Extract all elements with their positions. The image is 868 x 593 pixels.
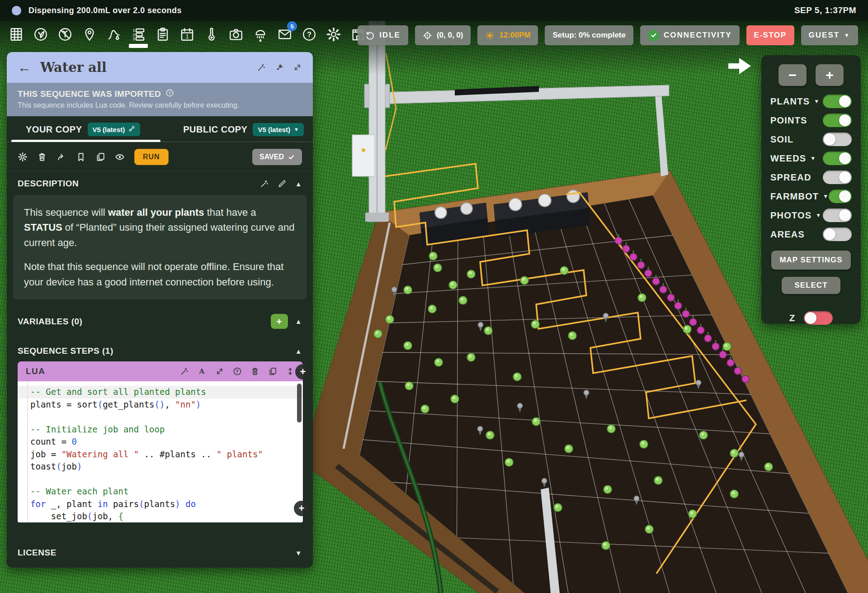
plant-marker[interactable]: [640, 440, 648, 448]
layer-toggle-farmbot[interactable]: [829, 190, 852, 203]
add-step-button[interactable]: +: [295, 364, 311, 380]
lua-code-editor[interactable]: -- Get and sort all planted plantsplants…: [18, 381, 303, 522]
magic-wand-icon[interactable]: [180, 367, 189, 376]
code-line[interactable]: toast(job): [18, 460, 303, 473]
copy-icon[interactable]: [95, 152, 105, 162]
bookmark-icon[interactable]: [76, 152, 86, 162]
plant-marker[interactable]: [513, 373, 521, 381]
plant-marker[interactable]: [486, 431, 494, 439]
layer-label[interactable]: WEEDS▼: [770, 153, 816, 164]
beet-marker[interactable]: [645, 270, 652, 277]
beet-marker[interactable]: [675, 302, 682, 309]
plant-marker[interactable]: [386, 315, 394, 323]
your-copy-version-badge[interactable]: V5 (latest): [88, 123, 141, 136]
code-line[interactable]: count = 0: [18, 436, 303, 448]
setup-chip[interactable]: Setup: 0% complete: [545, 25, 633, 45]
collapse-arrow-icon[interactable]: ▲: [295, 318, 302, 325]
code-scrollbar[interactable]: [297, 384, 302, 422]
plant-marker[interactable]: [467, 270, 475, 278]
time-chip[interactable]: 12:00PM: [477, 25, 538, 45]
color-brush-icon[interactable]: [275, 63, 284, 72]
events-icon[interactable]: 1: [179, 24, 195, 44]
plant-marker[interactable]: [638, 294, 646, 302]
code-line[interactable]: set_job(job, {: [18, 510, 303, 522]
drag-reorder-icon[interactable]: [286, 367, 295, 376]
plant-marker[interactable]: [374, 330, 382, 338]
tab-your-copy[interactable]: YOUR COPY V5 (latest): [16, 123, 183, 136]
plant-marker[interactable]: [560, 266, 568, 275]
chevron-down-icon[interactable]: ▼: [816, 212, 821, 218]
plant-marker[interactable]: [429, 252, 437, 260]
layer-label[interactable]: PLANTS▼: [770, 96, 820, 107]
layer-toggle-photos[interactable]: [823, 209, 852, 222]
layer-toggle-spread[interactable]: [823, 171, 852, 184]
lua-step-header[interactable]: LUA A ?: [18, 361, 303, 381]
help-icon[interactable]: ?: [301, 24, 317, 44]
user-menu[interactable]: GUEST ▼: [801, 25, 858, 45]
point-pin-marker[interactable]: [634, 496, 639, 501]
point-pin-marker[interactable]: [478, 322, 483, 327]
plant-marker[interactable]: [554, 503, 562, 512]
beet-marker[interactable]: [734, 367, 741, 375]
plant-marker[interactable]: [459, 296, 467, 304]
code-line[interactable]: -- Water each plant: [18, 485, 303, 498]
settings-icon[interactable]: [326, 24, 342, 44]
point-pin-marker[interactable]: [517, 403, 523, 408]
delete-icon[interactable]: [37, 152, 47, 162]
code-line[interactable]: plants = sort(get_plants(), "nn"): [18, 398, 303, 411]
point-pin-marker[interactable]: [542, 478, 547, 484]
connectivity-chip[interactable]: CONNECTIVITY: [640, 25, 740, 45]
collapse-arrow-icon[interactable]: ▲: [295, 347, 302, 355]
add-variable-button[interactable]: +: [271, 314, 288, 329]
point-pin-marker[interactable]: [392, 287, 397, 292]
edit-pencil-icon[interactable]: [278, 179, 287, 188]
point-pin-marker[interactable]: [477, 426, 483, 432]
plant-marker[interactable]: [449, 281, 457, 289]
plant-marker[interactable]: [645, 525, 653, 533]
layer-toggle-points[interactable]: [823, 114, 852, 127]
plant-marker[interactable]: [520, 276, 528, 285]
plant-marker[interactable]: [689, 510, 697, 518]
chevron-down-icon[interactable]: ▼: [810, 155, 816, 161]
chevron-down-icon[interactable]: ▼: [823, 193, 829, 199]
beet-marker[interactable]: [719, 351, 726, 358]
messages-icon[interactable]: 5: [277, 24, 293, 44]
sensors-icon[interactable]: [203, 24, 220, 44]
point-pin-marker[interactable]: [696, 380, 701, 385]
regimens-icon[interactable]: [155, 24, 171, 44]
layer-toggle-weeds[interactable]: [823, 152, 852, 165]
plant-marker[interactable]: [764, 463, 773, 471]
plant-marker[interactable]: [404, 286, 412, 294]
select-button[interactable]: SELECT: [782, 277, 840, 294]
code-line[interactable]: -- Get and sort all planted plants: [18, 386, 303, 398]
map-settings-button[interactable]: MAP SETTINGS: [771, 251, 850, 270]
font-icon[interactable]: A: [198, 367, 207, 376]
code-line[interactable]: -- Initialize job and loop: [18, 423, 303, 436]
beet-marker[interactable]: [697, 327, 704, 334]
plant-marker[interactable]: [484, 327, 492, 335]
beet-marker[interactable]: [660, 286, 667, 293]
plant-marker[interactable]: [434, 358, 443, 366]
plant-marker[interactable]: [505, 458, 513, 466]
beet-marker[interactable]: [704, 335, 712, 342]
layer-toggle-soil[interactable]: [823, 133, 852, 146]
zoom-in-button[interactable]: +: [816, 64, 844, 86]
beet-marker[interactable]: [712, 343, 719, 350]
beet-marker[interactable]: [667, 294, 675, 301]
public-copy-version-badge[interactable]: V5 (latest) ▼: [253, 123, 304, 136]
plant-marker[interactable]: [568, 332, 576, 340]
plant-marker[interactable]: [602, 541, 610, 550]
zoom-out-button[interactable]: −: [778, 64, 807, 86]
magic-wand-icon[interactable]: [257, 63, 266, 72]
help-circle-icon[interactable]: ?: [233, 367, 242, 376]
beet-marker[interactable]: [742, 375, 749, 383]
layer-label[interactable]: FARMBOT▼: [770, 191, 829, 202]
code-line[interactable]: for _, plant in pairs(plants) do: [18, 498, 303, 511]
beet-marker[interactable]: [652, 278, 660, 285]
expand-icon[interactable]: [215, 367, 224, 376]
point-pin-marker[interactable]: [584, 390, 589, 395]
farm-designer-icon[interactable]: [8, 24, 24, 44]
saved-button[interactable]: SAVED: [252, 149, 302, 165]
plant-marker[interactable]: [654, 476, 662, 484]
plant-marker[interactable]: [730, 449, 738, 457]
